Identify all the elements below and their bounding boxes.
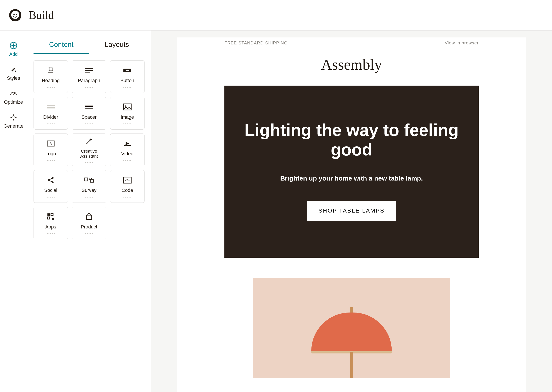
- rail-label: Generate: [3, 123, 23, 129]
- block-label: Heading: [42, 78, 60, 83]
- block-label: Image: [121, 114, 134, 120]
- block-survey[interactable]: Survey: [72, 170, 106, 203]
- email-hero: Lighting the way to feeling good Brighte…: [224, 86, 479, 258]
- email-brand: Assembly: [224, 53, 479, 86]
- wand-icon: [85, 137, 93, 146]
- block-paragraph[interactable]: Paragraph: [72, 60, 106, 93]
- block-social[interactable]: Social: [34, 170, 68, 203]
- code-icon: </>: [123, 175, 132, 185]
- panel-tabs: Content Layouts: [34, 37, 145, 54]
- hero-cta-button[interactable]: SHOP TABLE LAMPS: [307, 201, 396, 221]
- blocks-grid: HiHeadingParagraphButtonDividerSpacerIma…: [34, 54, 145, 239]
- preheader-text: FREE STANDARD SHIPPING: [224, 41, 288, 46]
- svg-rect-31: [51, 213, 53, 216]
- bag-icon: [86, 212, 92, 222]
- block-label: Logo: [46, 151, 56, 156]
- product-image: [253, 278, 450, 378]
- block-heading[interactable]: HiHeading: [34, 60, 68, 93]
- svg-rect-10: [85, 72, 90, 72]
- gauge-icon: [10, 90, 17, 97]
- blocks-panel: Content Layouts HiHeadingParagraphButton…: [27, 30, 151, 392]
- hero-subhead: Brighten up your home with a new table l…: [240, 175, 463, 182]
- block-video[interactable]: Video: [110, 133, 145, 166]
- svg-text:A: A: [50, 142, 52, 146]
- svg-point-3: [16, 14, 17, 15]
- svg-rect-26: [85, 178, 88, 181]
- svg-rect-9: [85, 70, 93, 71]
- svg-rect-13: [47, 105, 55, 106]
- share-icon: [47, 175, 55, 185]
- rail-optimize[interactable]: Optimize: [0, 85, 27, 109]
- block-label: Spacer: [81, 114, 97, 120]
- email-canvas[interactable]: FREE STANDARD SHIPPING View in browser A…: [151, 30, 552, 392]
- email-preheader: FREE STANDARD SHIPPING View in browser: [224, 37, 479, 53]
- svg-rect-30: [48, 213, 50, 216]
- block-label: CreativeAssistant: [80, 149, 98, 159]
- svg-rect-14: [47, 107, 55, 108]
- svg-rect-16: [85, 106, 93, 109]
- rail-label: Add: [9, 51, 18, 57]
- svg-rect-27: [90, 180, 93, 182]
- svg-rect-32: [48, 217, 50, 219]
- paragraph-icon: [84, 66, 94, 75]
- svg-rect-21: [124, 145, 131, 146]
- spacer-icon: [84, 102, 94, 112]
- view-in-browser-link[interactable]: View in browser: [445, 41, 479, 46]
- paint-icon: [10, 66, 17, 73]
- svg-rect-7: [48, 72, 53, 72]
- tab-layouts[interactable]: Layouts: [89, 37, 145, 54]
- email-product-section: [224, 278, 479, 378]
- block-label: Social: [44, 188, 57, 193]
- page-title: Build: [29, 9, 54, 21]
- block-code[interactable]: </>Code: [110, 170, 145, 203]
- image-icon: [123, 102, 132, 112]
- svg-point-2: [14, 14, 15, 15]
- mailchimp-logo-icon: [9, 9, 22, 22]
- block-label: Paragraph: [78, 78, 100, 83]
- email-body: FREE STANDARD SHIPPING View in browser A…: [177, 37, 526, 392]
- block-label: Video: [121, 151, 133, 156]
- svg-rect-34: [86, 215, 92, 219]
- logo-icon: A: [46, 139, 55, 148]
- divider-icon: [46, 102, 55, 112]
- block-spacer[interactable]: Spacer: [72, 97, 106, 130]
- block-logo[interactable]: ALogo: [34, 133, 68, 166]
- lamp-shade: [311, 313, 392, 353]
- svg-text:Hi: Hi: [48, 67, 53, 71]
- svg-rect-12: [126, 70, 129, 71]
- block-label: Apps: [45, 224, 56, 230]
- rail-label: Styles: [7, 75, 20, 81]
- svg-rect-33: [52, 218, 54, 220]
- svg-rect-8: [85, 68, 93, 69]
- svg-rect-15: [85, 105, 93, 106]
- svg-point-5: [15, 70, 16, 72]
- block-label: Product: [81, 224, 97, 230]
- rail-styles[interactable]: Styles: [0, 61, 27, 85]
- survey-icon: [84, 175, 94, 185]
- button-icon: [123, 66, 132, 75]
- lamp-stem: [350, 352, 353, 378]
- block-button[interactable]: Button: [110, 60, 145, 93]
- svg-text:</>: </>: [125, 179, 130, 182]
- svg-rect-17: [124, 104, 131, 110]
- video-icon: [123, 139, 132, 148]
- sparkle-icon: [10, 114, 17, 121]
- block-divider[interactable]: Divider: [34, 97, 68, 130]
- svg-point-18: [125, 105, 126, 107]
- block-label: Button: [120, 78, 134, 83]
- svg-point-22: [125, 144, 127, 146]
- tab-content[interactable]: Content: [34, 37, 89, 54]
- heading-icon: Hi: [46, 66, 55, 75]
- plus-circle-icon: [10, 42, 17, 49]
- rail-add[interactable]: Add: [0, 37, 27, 61]
- block-apps[interactable]: Apps: [34, 207, 68, 239]
- block-image[interactable]: Image: [110, 97, 145, 130]
- rail-label: Optimize: [4, 99, 23, 105]
- block-creative-assistant[interactable]: CreativeAssistant: [72, 133, 106, 166]
- block-product[interactable]: Product: [72, 207, 106, 239]
- block-label: Survey: [82, 188, 97, 193]
- app-header: Build: [0, 0, 552, 30]
- rail-generate[interactable]: Generate: [0, 109, 27, 133]
- tool-rail: Add Styles Optimize Generate: [0, 30, 27, 392]
- hero-headline: Lighting the way to feeling good: [240, 120, 463, 159]
